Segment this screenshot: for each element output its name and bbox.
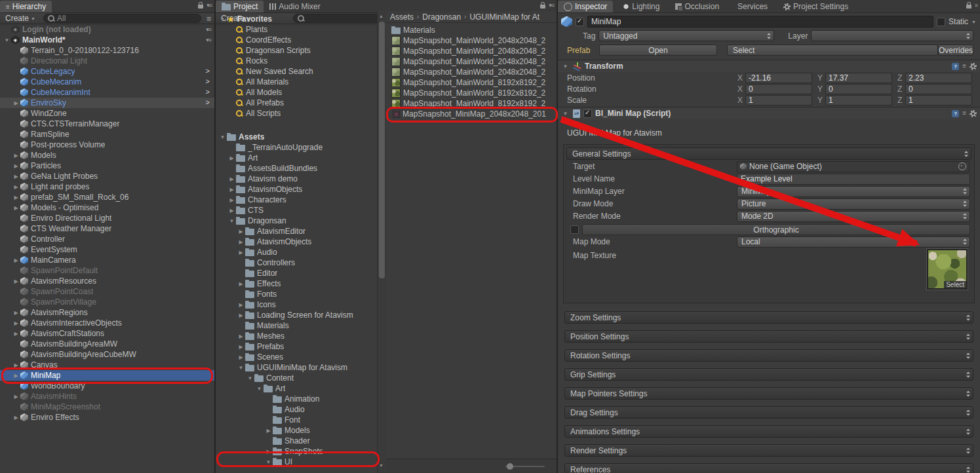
expander-icon[interactable]: ▶ <box>12 174 20 180</box>
hierarchy-row[interactable]: CTS Weather Manager <box>0 223 214 234</box>
active-checkbox[interactable] <box>576 18 584 26</box>
favorite-search-row[interactable]: CoordEffects <box>216 35 377 45</box>
hierarchy-row[interactable]: ▶ Particles <box>0 161 214 171</box>
scroll-up-icon[interactable]: ▲ <box>379 14 383 18</box>
folder-row[interactable]: ▼ Assets <box>216 132 377 142</box>
folder-row[interactable]: Shader <box>216 436 377 446</box>
settings-section-bar[interactable]: Drag Settings <box>564 406 973 419</box>
file-row[interactable]: MapSnapshot_MainWorld_2048x2048_2 <box>386 56 557 67</box>
expander-icon[interactable]: ▶ <box>12 278 20 284</box>
presets-icon[interactable]: ≡ <box>962 63 966 69</box>
script-header[interactable]: ▼ c# Bl_Mini Map (Script) ? ≡ <box>558 107 980 119</box>
panel-menu-icon[interactable]: ≡ <box>975 2 977 9</box>
hierarchy-search-input[interactable]: All <box>43 14 201 23</box>
scene-row-mainworld[interactable]: ▼ MainWorld* ▾≡ <box>0 35 214 45</box>
z-value-field[interactable]: 1 <box>905 95 972 105</box>
tree-scrollbar[interactable]: ▲ ▼ <box>377 11 386 473</box>
folder-row[interactable]: Materials <box>216 320 377 331</box>
folder-row[interactable]: AssetsBuildBundles <box>216 163 377 174</box>
folder-row[interactable]: ▶ AtavismEditor <box>216 226 377 236</box>
x-value-field[interactable]: 0 <box>745 84 812 94</box>
hierarchy-row[interactable]: AtavismBuildingAreaMW <box>0 339 214 349</box>
expander-icon[interactable]: ▶ <box>237 333 245 339</box>
prefab-chevron-icon[interactable]: > <box>206 98 210 106</box>
z-value-field[interactable]: 0 <box>905 84 972 94</box>
hierarchy-row[interactable]: CubeMecanimInt > <box>0 87 214 98</box>
lock-icon[interactable] <box>198 5 203 9</box>
general-settings-bar[interactable]: General Settings <box>566 147 971 160</box>
prefab-chevron-icon[interactable]: > <box>206 77 210 85</box>
transform-header[interactable]: ▼ Transform ? ≡ <box>558 60 980 72</box>
folder-row[interactable]: ▶ Models <box>216 425 377 436</box>
folder-row[interactable]: ▼ UGUIMiniMap for Atavism <box>216 362 377 373</box>
settings-section-bar[interactable]: Position Settings <box>564 330 973 343</box>
hierarchy-row[interactable]: WindZone <box>0 108 214 119</box>
thumbnail-zoom-slider[interactable] <box>505 466 545 467</box>
favorite-search-row[interactable]: New Saved Search <box>216 66 377 77</box>
expander-icon[interactable]: ▶ <box>237 312 245 318</box>
expander-icon[interactable]: ▼ <box>255 386 264 392</box>
map-texture-select-button[interactable]: Select <box>944 281 966 288</box>
hierarchy-row[interactable]: Terrain_0_0-20180122-123716 <box>0 45 214 56</box>
hierarchy-row[interactable]: ▶ EnviroSky > <box>0 98 214 108</box>
hierarchy-row[interactable]: EventSystem <box>0 244 214 255</box>
expander-icon[interactable]: ▶ <box>264 428 273 434</box>
folder-row[interactable]: ▼ Art <box>216 383 377 394</box>
favorite-search-row[interactable]: All Materials <box>216 77 377 87</box>
folder-row[interactable]: ▶ Art <box>216 153 377 163</box>
expander-icon[interactable]: ▶ <box>227 187 236 193</box>
foldout-icon[interactable]: ▼ <box>561 111 570 117</box>
hierarchy-row[interactable]: MiniMapScreenshot <box>0 402 214 412</box>
file-row[interactable]: MapSnapshot_MainWorld_8192x8192_2 <box>386 77 557 88</box>
presets-icon[interactable]: ≡ <box>962 110 966 117</box>
expander-icon[interactable]: ▶ <box>237 281 245 287</box>
folder-row[interactable]: ▼ Content <box>216 373 377 383</box>
hierarchy-row[interactable]: CubeLegacy > <box>0 66 214 77</box>
expander-icon[interactable]: ▶ <box>264 449 273 455</box>
hierarchy-row[interactable]: Post-process Volume <box>0 140 214 150</box>
folder-row[interactable]: Audio <box>216 404 377 415</box>
settings-section-bar[interactable]: Animations Settings <box>564 425 973 438</box>
prefab-chevron-icon[interactable]: > <box>206 88 210 96</box>
expander-icon[interactable]: ▶ <box>12 184 20 190</box>
hierarchy-sort-icon[interactable]: ≣ <box>206 15 212 22</box>
expander-icon[interactable]: ▼ <box>237 365 245 371</box>
expander-icon[interactable]: ▼ <box>246 375 254 381</box>
static-checkbox[interactable] <box>937 18 945 26</box>
folder-row[interactable]: ▶ CTS <box>216 205 377 216</box>
scene-row-login[interactable]: Login (not loaded) ▾≡ <box>0 24 214 35</box>
gear-icon[interactable] <box>970 63 977 70</box>
hierarchy-row[interactable]: ▶ Models <box>0 150 214 161</box>
expander-icon[interactable]: ▶ <box>227 197 236 203</box>
expander-icon[interactable]: ▼ <box>227 218 236 224</box>
hierarchy-row[interactable]: Controller <box>0 234 214 244</box>
draw-mode-dropdown[interactable]: Picture <box>737 199 970 210</box>
static-dropdown-icon[interactable]: ▼ <box>971 20 976 24</box>
foldout-icon[interactable]: ▼ <box>561 64 570 69</box>
hierarchy-row[interactable]: ▶ Canvas <box>0 360 214 370</box>
expander-icon[interactable]: ▶ <box>12 195 20 200</box>
breadcrumb-dragonsan[interactable]: Dragonsan <box>422 12 461 22</box>
panel-menu-icon[interactable]: ▾≡ <box>549 2 554 9</box>
favorite-search-row[interactable]: All Scripts <box>216 108 377 119</box>
settings-section-bar[interactable]: References <box>564 463 973 473</box>
expander-icon[interactable]: ▶ <box>227 155 236 161</box>
render-mode-dropdown[interactable]: Mode 2D <box>737 211 970 222</box>
expander-icon[interactable]: ▶ <box>12 373 20 379</box>
file-row[interactable]: MapSnapshot_MainWorld_8192x8192_2 <box>386 98 557 109</box>
hierarchy-row[interactable]: ▶ AtavismResources <box>0 276 214 286</box>
hierarchy-row[interactable]: ▶ Enviro Effects <box>0 412 214 423</box>
y-value-field[interactable]: 0 <box>825 84 892 94</box>
folder-row[interactable]: ▶ Icons <box>216 299 377 310</box>
script-enabled-checkbox[interactable] <box>583 109 592 118</box>
orthographic-button[interactable]: Orthographic <box>582 224 970 235</box>
breadcrumb-ugui-minimap[interactable]: UGUIMiniMap for At <box>469 12 539 22</box>
favorite-search-row[interactable]: Rocks <box>216 56 377 66</box>
inspector-tab[interactable]: Project Settings <box>777 1 854 12</box>
file-row[interactable]: MapSnapshot_MainWorld_2048x2048_2 <box>386 35 557 46</box>
minimap-layer-dropdown[interactable]: MiniMap <box>737 186 970 197</box>
prefab-button[interactable]: Select <box>727 45 938 56</box>
expander-icon[interactable]: ▶ <box>12 320 20 326</box>
folder-row[interactable]: ▶ Atavism demo <box>216 174 377 184</box>
expander-icon[interactable]: ▼ <box>218 16 227 22</box>
